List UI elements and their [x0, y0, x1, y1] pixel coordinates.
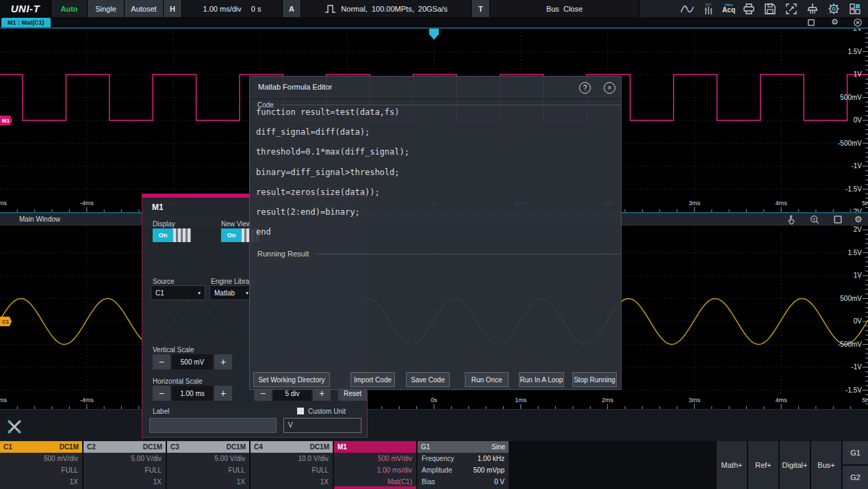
engine-library-select[interactable]: Matlab▾ — [209, 285, 253, 300]
matlab-formula-editor-dialog: Matlab Formula Editor ? × Code function … — [249, 76, 622, 390]
pane-close-icon[interactable] — [853, 18, 863, 27]
fft-icon[interactable]: FFT — [701, 2, 716, 16]
custom-unit-checkbox[interactable] — [297, 408, 304, 414]
digital-plus-button[interactable]: Digital+ — [780, 441, 810, 489]
tab-m1-mat-c1[interactable]: M1 : Mat(C1) — [1, 18, 51, 27]
display-label: Display — [153, 220, 175, 228]
v-axis-label: 1V — [854, 272, 862, 279]
custom-unit-label: Custom Unit — [308, 408, 346, 415]
timebase-value: 1.00 ms/div — [203, 5, 242, 13]
set-working-directory-button[interactable]: Set Working Directory — [253, 372, 330, 387]
channel-c2-box[interactable]: C2DC1M 5.00 V/div FULL 1X — [84, 441, 166, 489]
chevron-down-icon: ▾ — [198, 290, 201, 296]
running-result-label: Running Result — [257, 250, 309, 258]
v-axis-label: 0V — [854, 317, 862, 325]
code-section-line — [280, 105, 622, 105]
source-label: Source — [153, 278, 175, 285]
math-m1-box[interactable]: M1 500 mV/div 1.00 ms/div Mat(C1) — [334, 441, 416, 489]
chevron-down-icon: ▾ — [246, 290, 248, 296]
unit-input[interactable]: V — [283, 418, 361, 433]
run-in-a-loop-button[interactable]: Run In A Loop — [519, 372, 564, 387]
v-axis-label: -1.5V — [845, 185, 862, 193]
t-axis-label: -5ms — [0, 397, 7, 404]
horizontal-offset-value: 0 s — [251, 5, 261, 13]
window-icon[interactable] — [832, 214, 843, 225]
t-axis-label: 3ms — [689, 200, 700, 207]
t-axis-label: 4ms — [776, 200, 787, 207]
t-axis-label: 3ms — [689, 397, 700, 404]
horizontal-scale-stepper[interactable]: − 1.00 ms + — [153, 386, 232, 401]
screenshot-icon[interactable] — [784, 2, 799, 16]
v-axis-label: -1V — [851, 162, 862, 170]
t-axis-label: 0s — [431, 397, 437, 404]
generator-g1-box[interactable]: G1Sine Frequency1.00 kHz Amplitude500 mV… — [418, 441, 509, 489]
m1-accent-strip — [334, 486, 416, 489]
vertical-scale-stepper[interactable]: − 500 mV + — [153, 354, 232, 369]
t-axis-label: -4ms — [80, 200, 94, 207]
math-plus-button[interactable]: Math+ — [717, 441, 747, 489]
acquire-ultra-icon[interactable]: Ultra Acq — [722, 3, 735, 14]
channel-status-bar: C1DC1M 500 mV/div FULL 1X C2DC1M 5.00 V/… — [0, 441, 868, 489]
acquire-key-button[interactable]: A — [283, 0, 301, 17]
tools-icon[interactable] — [5, 418, 23, 436]
pane-window-icon[interactable] — [806, 18, 816, 27]
layout-grid-icon[interactable] — [847, 2, 863, 16]
v-axis-label: 0V — [854, 116, 862, 124]
new-view-label: New View — [221, 220, 251, 228]
close-icon[interactable]: × — [604, 82, 615, 94]
channel-c4-box[interactable]: C4DC1M 10.0 V/div FULL 1X — [251, 441, 333, 489]
import-code-button[interactable]: Import Code — [350, 372, 395, 387]
help-icon[interactable]: ? — [579, 82, 591, 94]
acquire-status-display[interactable]: Normal, 100.00MPts, 20GSa/s — [301, 0, 472, 17]
plus-button: + — [214, 386, 232, 401]
zoom-in-icon[interactable] — [809, 214, 820, 225]
measure-icon[interactable] — [680, 2, 695, 16]
v-axis-label: -1.5V — [845, 386, 862, 394]
t-axis-label: 5ms — [862, 397, 868, 404]
label-input[interactable] — [149, 418, 277, 433]
pane-settings-gear-icon[interactable]: ⚙ — [831, 17, 839, 27]
v-axis-label: -500mV — [838, 140, 862, 147]
display-toggle[interactable]: On — [153, 228, 191, 242]
print-icon[interactable] — [741, 2, 756, 16]
plus-button: + — [214, 354, 232, 369]
t-axis-label: 1ms — [515, 397, 526, 404]
g2-button[interactable]: G2 — [843, 466, 868, 489]
v-axis-label: 500mV — [840, 295, 862, 302]
stop-running-button[interactable]: Stop Running — [572, 372, 617, 387]
g1-button[interactable]: G1 — [843, 441, 868, 464]
settings-gear-icon[interactable] — [826, 2, 841, 16]
view-tab-bar: M1 : Mat(C1) ⚙ — [0, 17, 868, 29]
channel-c3-box[interactable]: C3DC1M 5.00 V/div FULL 1X — [167, 441, 249, 489]
v-axis-label: 2V — [854, 29, 862, 32]
v-axis-label: 1V — [854, 70, 862, 78]
source-select[interactable]: C1▾ — [151, 285, 205, 300]
horizontal-key-button[interactable]: H — [164, 0, 182, 17]
save-icon[interactable] — [763, 2, 778, 16]
m1-dialog-title: M1 — [152, 202, 164, 212]
view-settings-gear-icon[interactable]: ⚙ — [854, 214, 863, 224]
save-code-button[interactable]: Save Code — [406, 372, 450, 387]
dialog-title-bar[interactable]: Matlab Formula Editor ? × — [250, 77, 621, 99]
c1-reference-badge[interactable]: C1 — [0, 317, 12, 326]
vertical-scale-value: 500 mV — [172, 354, 213, 369]
toolbar-icon-strip: FFT Ultra Acq — [639, 0, 868, 17]
touch-icon[interactable] — [786, 214, 797, 225]
brush-icon[interactable] — [805, 2, 820, 16]
channel-c1-box[interactable]: C1DC1M 500 mV/div FULL 1X — [0, 441, 82, 489]
trigger-key-button[interactable]: T — [472, 0, 490, 17]
t-axis-label: 4ms — [776, 397, 787, 404]
v-axis-label: 2V — [854, 226, 862, 233]
timebase-display[interactable]: 1.00 ms/div 0 s — [182, 0, 283, 17]
m1-reference-badge[interactable]: M1 — [0, 116, 12, 125]
run-once-button[interactable]: Run Once — [465, 372, 509, 387]
code-editor[interactable]: function result=test(data,fs) diff_signa… — [256, 107, 409, 237]
autoset-button[interactable]: Autoset — [125, 0, 164, 17]
t-axis-label: -4ms — [80, 397, 94, 404]
bus-plus-button[interactable]: Bus+ — [811, 441, 841, 489]
bus-status-display[interactable]: Bus Close — [490, 0, 639, 17]
engine-library-label: Engine Library — [211, 278, 255, 285]
single-button[interactable]: Single — [88, 0, 125, 17]
run-state-indicator[interactable]: Auto — [51, 0, 88, 17]
ref-plus-button[interactable]: Ref+ — [748, 441, 778, 489]
